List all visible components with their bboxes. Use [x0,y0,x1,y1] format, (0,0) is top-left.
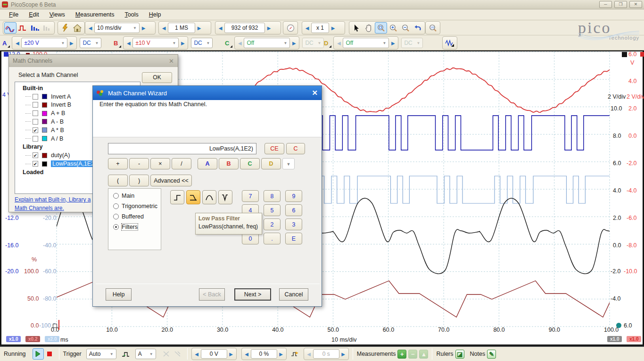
category-radio-trigonometric[interactable]: Trigonometric [113,203,157,210]
band-pass-filter-button[interactable] [202,190,216,204]
undo-zoom-button[interactable] [412,22,424,34]
help-button[interactable]: Help [106,288,132,301]
channel-A-label[interactable]: A [1,40,8,47]
zoom-next-arrow[interactable]: ▶ [329,25,337,31]
math-channel-checkbox[interactable] [33,94,38,100]
channel-token-button-A[interactable]: A [198,158,217,169]
operator-button-divide[interactable]: / [172,158,191,169]
close-button[interactable]: ✕ [629,1,642,8]
open-paren-button[interactable]: ( [108,175,128,186]
channel-token-button-B[interactable]: B [219,158,239,169]
channel-C-label[interactable]: C [223,40,231,47]
clear-entry-button[interactable]: CE [264,143,284,154]
zoom-100-button[interactable]: 100 [427,22,439,34]
zoom-prev-arrow[interactable]: ◀ [303,25,311,31]
trigger-time-button[interactable] [289,348,301,360]
timebase-next-arrow[interactable]: ▶ [140,25,148,31]
buffer-prev-arrow[interactable]: ◀ [216,25,224,31]
stop-capture-button[interactable] [44,348,55,360]
delay-up-arrow[interactable]: ▶ [339,352,347,357]
channel-A-range-next-arrow[interactable]: ▶ [67,41,75,46]
numpad-key-E[interactable]: E [285,233,302,244]
menu-item-help[interactable]: Help [144,10,166,19]
high-pass-filter-button[interactable] [170,190,184,204]
zoom-in-button[interactable] [387,22,399,34]
channel-B-range-combo[interactable]: ±10 V▼ [132,38,179,48]
math-channel-checkbox[interactable] [33,136,38,142]
channel-B-range-next-arrow[interactable]: ▶ [179,41,187,46]
trigger-marker[interactable] [58,320,59,330]
channel-C-range-next-arrow[interactable]: ▶ [290,41,298,46]
home-button[interactable] [71,22,83,34]
menu-item-edit[interactable]: Edit [24,10,44,19]
spectrum-view-button[interactable] [29,22,41,34]
band-stop-filter-button[interactable] [218,190,232,204]
math-channel-name[interactable]: duty(A) [51,152,70,159]
trigger-level-down-arrow[interactable]: ◀ [193,352,201,357]
math-channel-name[interactable]: Invert A [51,93,71,100]
timebase-prev-arrow[interactable]: ◀ [86,25,94,31]
low-pass-filter-button[interactable] [186,190,200,204]
axis-scale-badge[interactable]: x2.0 [45,336,59,342]
menu-item-views[interactable]: Views [44,10,70,19]
pretrigger-value[interactable]: 0 % [251,349,277,359]
buffer-next-arrow[interactable]: ▶ [265,25,273,31]
axis-scale-badge[interactable]: x1.0 [627,336,641,342]
math-channel-name[interactable]: A + B [51,110,65,117]
numpad-key-3[interactable]: 3 [285,218,302,230]
channel-axis-marker[interactable] [640,52,644,57]
category-radio-buffered[interactable]: Buffered [113,213,144,220]
channel-D-label[interactable]: D [322,40,330,47]
wizard-title-bar[interactable]: Math Channel Wizard ✕ [93,86,322,100]
math-channel-name[interactable]: LowPass(A,1E2) [51,160,98,167]
math-channel-checkbox[interactable]: ✔ [33,152,38,158]
category-radio-main[interactable]: Main [113,193,134,199]
explain-link-line1[interactable]: Explain what Built-in, Library a [15,196,91,203]
persistence-view-button[interactable] [17,22,29,34]
math-channel-checkbox[interactable] [33,119,38,125]
channel-A-coupling-combo[interactable]: DC▼ [80,38,101,48]
hand-tool-button[interactable] [363,22,375,34]
operator-button-minus[interactable]: - [129,158,149,169]
rulers-button[interactable]: ◪ [455,350,464,359]
math-channel-checkbox[interactable] [33,102,38,108]
math-channel-checkbox[interactable]: ✔ [33,161,38,167]
samples-prev-arrow[interactable]: ◀ [160,25,168,31]
more-tokens-dropdown-button[interactable]: ▼ [282,158,295,169]
operator-button-multiply[interactable]: × [150,158,170,169]
start-capture-button[interactable] [33,348,44,360]
numpad-key-8[interactable]: 8 [264,190,281,202]
math-channel-checkbox[interactable] [33,110,38,116]
pretrigger-up-arrow[interactable]: ▶ [277,352,285,357]
channel-axis-marker[interactable] [53,324,57,328]
channel-token-button-C[interactable]: C [240,158,260,169]
math-channel-name[interactable]: A - B [51,118,64,125]
math-channel-checkbox[interactable]: ✔ [33,127,38,133]
math-channels-title-bar[interactable]: Math Channels ✕ [9,55,178,67]
channel-A-range-combo[interactable]: ±20 V▼ [21,38,67,48]
samples-value[interactable]: 1 MS [168,23,195,33]
numpad-key-5[interactable]: 5 [264,204,281,216]
math-channel-name[interactable]: Invert B [51,101,71,108]
math-channels-button[interactable] [444,37,456,49]
pointer-tool-button[interactable] [350,22,363,34]
zoom-factor-value[interactable]: x 1 [311,23,329,33]
samples-next-arrow[interactable]: ▶ [195,25,203,31]
notes-button[interactable]: ✎ [487,350,496,359]
numpad-key-9[interactable]: 9 [285,190,302,202]
trigger-source-combo[interactable]: A ▼ [135,349,156,359]
channel-D-range-next-arrow[interactable]: ▶ [389,41,397,46]
menu-item-file[interactable]: File [4,10,24,19]
channel-C-range-combo[interactable]: Off▼ [244,38,290,48]
trigger-level-value[interactable]: 0 V [201,349,227,359]
menu-item-measurements[interactable]: Measurements [70,10,120,19]
pretrigger-down-arrow[interactable]: ◀ [243,352,251,357]
zoom-out-button[interactable] [399,22,412,34]
channel-B-range-prev-arrow[interactable]: ◀ [124,41,132,46]
trigger-edge-button[interactable] [120,348,132,360]
scope-view-button[interactable] [4,22,17,34]
operator-button-plus[interactable]: + [108,158,128,169]
buffer-overview-button[interactable] [284,22,297,34]
math-channels-close-icon[interactable]: ✕ [169,58,174,65]
channel-axis-marker[interactable] [4,52,8,57]
